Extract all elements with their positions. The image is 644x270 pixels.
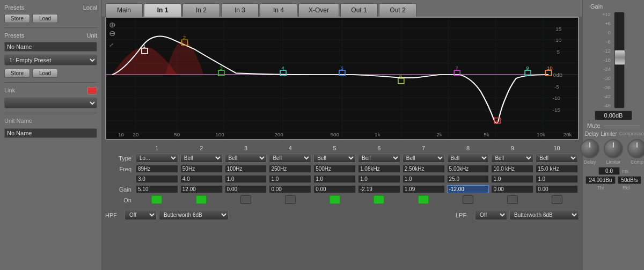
gain-3[interactable] — [225, 185, 267, 193]
type-cell-3[interactable]: Bell — [224, 153, 268, 163]
gain-7[interactable] — [402, 185, 445, 193]
thr-value[interactable] — [586, 176, 616, 184]
type-cell-10[interactable]: Bell — [535, 153, 579, 163]
store-button-2[interactable]: Store — [4, 69, 30, 78]
hpf-label: HPF — [105, 212, 122, 218]
type-cell-1[interactable]: Lo... — [135, 153, 179, 163]
type-select-5[interactable]: Bell — [313, 154, 356, 163]
type-cell-8[interactable]: Bell — [446, 153, 491, 163]
gain-9[interactable] — [491, 185, 533, 193]
q-1[interactable] — [136, 175, 178, 183]
on-btn-2[interactable] — [196, 195, 207, 204]
fader-handle[interactable] — [614, 50, 625, 65]
tab-in2[interactable]: In 2 — [182, 3, 220, 17]
unit-name-input[interactable] — [4, 128, 97, 138]
gain-2[interactable] — [180, 185, 223, 193]
q-7[interactable] — [402, 175, 445, 183]
preset-select[interactable]: 1: Empty Preset — [4, 55, 97, 65]
q-3[interactable] — [225, 175, 267, 183]
q-4[interactable] — [269, 175, 311, 183]
freq-9[interactable] — [491, 165, 533, 173]
svg-text:⊕: ⊕ — [109, 20, 116, 28]
link-select[interactable] — [4, 98, 97, 108]
type-select-1[interactable]: Lo... — [136, 154, 178, 163]
type-select-8[interactable]: Bell — [447, 154, 489, 163]
mute-label: Mute — [587, 122, 600, 129]
hpf-type-select[interactable]: Butterworth 6dB Butterworth 12dB — [159, 210, 229, 220]
band-num-5: 5 — [312, 144, 357, 152]
tab-xover[interactable]: X-Over — [298, 3, 339, 17]
q-8[interactable] — [447, 175, 489, 183]
gain-fader[interactable] — [614, 12, 625, 108]
lpf-select[interactable]: Off Butterworth 6dB — [475, 210, 507, 220]
gain-8[interactable] — [447, 185, 489, 193]
limiter-knob[interactable] — [604, 139, 623, 158]
freq-3[interactable] — [225, 165, 267, 173]
svg-text:9: 9 — [526, 66, 529, 71]
on-btn-4[interactable] — [285, 195, 296, 204]
freq-4[interactable] — [269, 165, 311, 173]
compressor-knob[interactable] — [627, 139, 644, 158]
on-btn-3[interactable] — [240, 195, 251, 204]
type-select-7[interactable]: Bell — [402, 154, 445, 163]
tab-in4[interactable]: In 4 — [260, 3, 297, 17]
type-select-3[interactable]: Bell — [225, 154, 267, 163]
q-6[interactable] — [358, 175, 400, 183]
load-button-2[interactable]: Load — [32, 69, 58, 78]
freq-7[interactable] — [402, 165, 445, 173]
type-select-6[interactable]: Bell — [358, 154, 400, 163]
delay-unit: ms — [622, 169, 628, 174]
band-num-8: 8 — [446, 144, 491, 152]
link-indicator[interactable] — [87, 87, 97, 94]
type-cell-4[interactable]: Bell — [268, 153, 312, 163]
type-cell-2[interactable]: Bell — [179, 153, 224, 163]
on-btn-7[interactable] — [418, 195, 429, 204]
gain-4[interactable] — [269, 185, 311, 193]
on-btn-1[interactable] — [151, 195, 162, 204]
q-5[interactable] — [313, 175, 356, 183]
gain-5[interactable] — [313, 185, 356, 193]
store-button-1[interactable]: Store — [4, 14, 30, 23]
q-9[interactable] — [491, 175, 533, 183]
freq-6[interactable] — [358, 165, 400, 173]
tab-in1[interactable]: In 1 — [144, 3, 181, 17]
type-label: Type — [105, 155, 135, 162]
on-btn-10[interactable] — [552, 195, 562, 204]
tab-main[interactable]: Main — [105, 3, 143, 17]
tab-out1[interactable]: Out 1 — [340, 3, 378, 17]
delay-knob[interactable] — [580, 139, 599, 158]
on-btn-8[interactable] — [463, 195, 473, 204]
type-select-9[interactable]: Bell — [491, 154, 533, 163]
store-load-row2: Store Load — [4, 69, 97, 78]
q-10[interactable] — [536, 175, 578, 183]
gain-6[interactable] — [358, 185, 400, 193]
type-cell-5[interactable]: Bell — [312, 153, 357, 163]
on-btn-9[interactable] — [507, 195, 518, 204]
tab-in3[interactable]: In 3 — [221, 3, 259, 17]
type-select-10[interactable]: Bell — [536, 154, 578, 163]
on-btn-6[interactable] — [374, 195, 384, 204]
type-cell-6[interactable]: Bell — [357, 153, 401, 163]
no-name-input[interactable] — [4, 42, 97, 52]
type-cell-7[interactable]: Bell — [401, 153, 446, 163]
hpf-select[interactable]: Off Butterworth 6dB — [125, 210, 157, 220]
type-cell-9[interactable]: Bell — [490, 153, 535, 163]
freq-10[interactable] — [536, 165, 578, 173]
delay-value[interactable] — [598, 167, 620, 175]
lpf-type-select[interactable]: Butterworth 6dB Butterworth 12dB — [509, 210, 579, 220]
freq-1[interactable] — [136, 165, 178, 173]
gain-10[interactable] — [536, 185, 578, 193]
freq-5[interactable] — [313, 165, 356, 173]
q-2[interactable] — [180, 175, 223, 183]
type-select-2[interactable]: Bell — [180, 154, 223, 163]
eq-display[interactable]: 10 20 50 100 200 500 1k 2k 5k 10k 20k 15… — [105, 17, 579, 140]
rel-value[interactable] — [618, 176, 641, 184]
tab-out2[interactable]: Out 2 — [379, 3, 416, 17]
on-btn-5[interactable] — [330, 195, 340, 204]
freq-8[interactable] — [447, 165, 489, 173]
freq-2[interactable] — [180, 165, 223, 173]
load-button-1[interactable]: Load — [32, 14, 58, 23]
gain-1[interactable] — [136, 185, 178, 193]
type-select-4[interactable]: Bell — [269, 154, 311, 163]
eq-graph: 10 20 50 100 200 500 1k 2k 5k 10k 20k 15… — [106, 18, 578, 139]
